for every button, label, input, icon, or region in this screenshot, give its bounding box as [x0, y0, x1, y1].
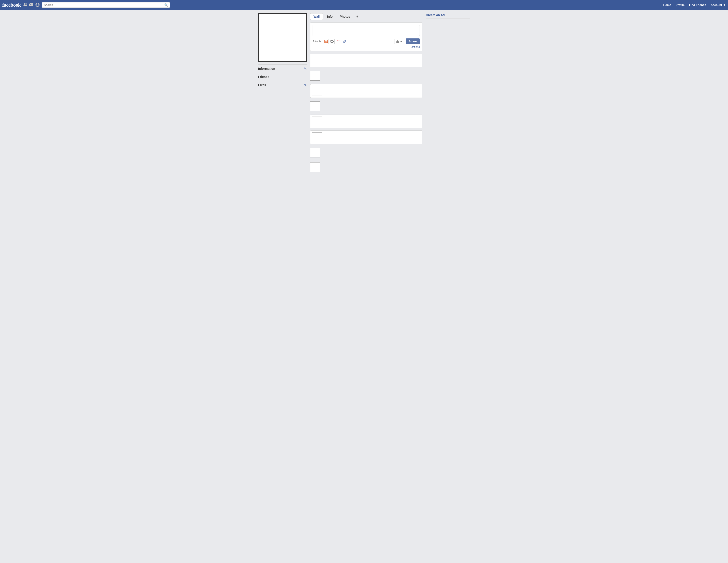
post-container-1 — [310, 54, 422, 67]
share-button[interactable]: Share — [406, 38, 420, 44]
search-input[interactable] — [44, 3, 164, 7]
post-textarea[interactable] — [313, 25, 420, 36]
post-container-6 — [310, 130, 422, 144]
options-link[interactable]: Options — [411, 45, 420, 49]
attach-link-icon[interactable] — [342, 39, 347, 44]
likes-edit-icon[interactable]: ✎ — [304, 83, 307, 87]
svg-rect-16 — [396, 41, 399, 43]
attach-video-icon[interactable] — [330, 39, 335, 44]
feed-post-7 — [310, 146, 422, 159]
svg-rect-12 — [337, 40, 340, 43]
post-container-5 — [310, 115, 422, 128]
tab-add-button[interactable]: + — [354, 14, 360, 19]
post-standalone-4 — [310, 100, 422, 112]
right-sidebar: Create an Ad — [426, 13, 470, 175]
likes-title: Likes ✎ — [258, 83, 307, 87]
nav-right: Home Profile Find Friends Account ▼ — [663, 3, 726, 7]
attach-photo-icon[interactable] — [324, 39, 328, 44]
svg-point-2 — [25, 3, 27, 5]
svg-marker-11 — [333, 41, 334, 42]
feed-post-5 — [310, 115, 422, 128]
home-link[interactable]: Home — [663, 3, 671, 7]
post-avatar-2 — [310, 71, 320, 81]
post-avatar-7 — [310, 148, 320, 157]
post-actions-right: ▼ Share — [394, 38, 420, 44]
feed — [310, 54, 422, 173]
friends-section: Friends — [258, 73, 307, 81]
privacy-dropdown-icon: ▼ — [400, 40, 402, 43]
post-compose-box: Attach: — [310, 23, 422, 51]
page: Information ✎ Friends Likes ✎ Wall Info … — [258, 13, 470, 175]
messages-icon[interactable] — [29, 3, 34, 7]
globe-icon[interactable] — [35, 3, 40, 7]
feed-post-3 — [310, 84, 422, 98]
profile-photo — [258, 13, 307, 62]
post-avatar-3 — [312, 86, 322, 96]
options-row: Options — [313, 45, 420, 49]
post-standalone-2 — [310, 70, 422, 82]
post-avatar-6 — [312, 132, 322, 142]
search-icon: 🔍 — [164, 3, 168, 7]
profile-link[interactable]: Profile — [676, 3, 685, 7]
friends-title: Friends — [258, 75, 307, 79]
feed-post-2 — [310, 70, 422, 82]
tab-info[interactable]: Info — [324, 13, 336, 20]
search-bar[interactable]: 🔍 — [42, 2, 170, 8]
information-title: Information ✎ — [258, 67, 307, 70]
tab-photos[interactable]: Photos — [337, 13, 353, 20]
attach-area: Attach: — [313, 39, 347, 44]
attach-label: Attach: — [313, 40, 321, 43]
post-avatar-5 — [312, 117, 322, 126]
likes-section: Likes ✎ — [258, 81, 307, 89]
information-section: Information ✎ — [258, 64, 307, 73]
left-sidebar: Information ✎ Friends Likes ✎ — [258, 13, 307, 175]
svg-rect-10 — [331, 40, 333, 42]
feed-post-4 — [310, 100, 422, 112]
chevron-down-icon: ▼ — [723, 3, 726, 7]
post-avatar-1 — [312, 56, 322, 65]
post-standalone-8 — [310, 161, 422, 173]
post-footer: Attach: — [313, 38, 420, 44]
svg-point-3 — [25, 5, 27, 6]
feed-post-6 — [310, 130, 422, 144]
facebook-logo: facebook — [2, 2, 21, 8]
nav-icon-group — [23, 3, 40, 7]
tab-wall[interactable]: Wall — [310, 13, 323, 20]
post-avatar-8 — [310, 162, 320, 172]
main-content: Wall Info Photos + Attach: — [310, 13, 422, 175]
tabs: Wall Info Photos + — [310, 13, 422, 20]
privacy-button[interactable]: ▼ — [394, 39, 404, 44]
post-standalone-7 — [310, 146, 422, 159]
find-friends-link[interactable]: Find Friends — [689, 3, 706, 7]
svg-point-0 — [24, 3, 25, 5]
account-button[interactable]: Account ▼ — [711, 3, 726, 7]
post-container-3 — [310, 84, 422, 98]
post-avatar-4 — [310, 101, 320, 111]
attach-event-icon[interactable] — [336, 39, 341, 44]
create-ad-link[interactable]: Create an Ad — [426, 13, 445, 17]
extra-section — [258, 89, 307, 94]
feed-post-1 — [310, 54, 422, 67]
navbar: facebook 🔍 Home Profile Find Friends Acc… — [0, 0, 728, 10]
feed-post-8 — [310, 161, 422, 173]
information-edit-icon[interactable]: ✎ — [304, 67, 307, 70]
friends-icon[interactable] — [23, 3, 27, 7]
